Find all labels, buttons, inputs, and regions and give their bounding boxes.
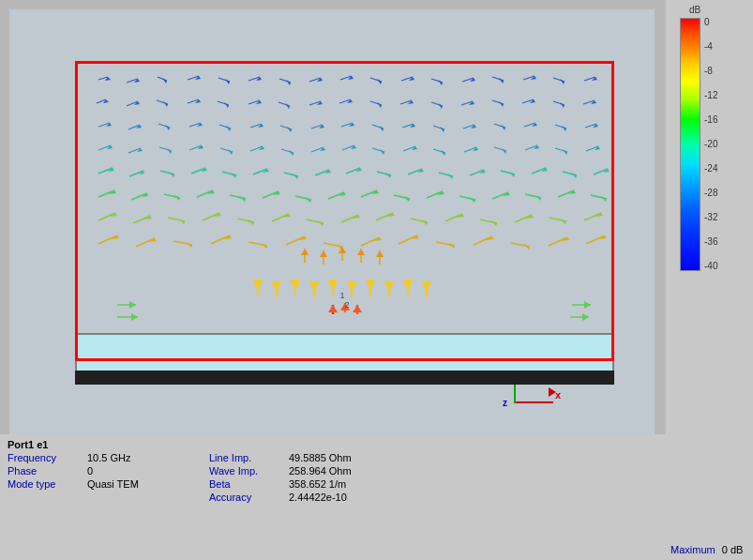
bottom-right-corner: Maximum 0 dB — [666, 497, 753, 560]
info-grid: Frequency 10.5 GHz Line Imp. 49.5885 Ohm… — [8, 452, 658, 505]
colorbar-labels: 0 -4 -8 -12 -16 -20 -24 -28 -32 -36 -40 — [704, 18, 717, 271]
accuracy-label: Accuracy — [209, 492, 289, 505]
mode-type-value: Quasi TEM — [87, 478, 209, 492]
wave-imp-value: 258.964 Ohm — [289, 465, 411, 478]
line-imp-value: 49.5885 Ohm — [289, 452, 411, 465]
port-title: Port1 e1 — [8, 439, 658, 450]
colorbar-label-4: -16 — [704, 115, 717, 125]
colorbar: dB 0 -4 -8 -12 -16 -20 -24 -28 -32 -36 -… — [666, 0, 753, 497]
ground-plane — [75, 371, 614, 385]
accuracy-value: 2.44422e-10 — [289, 492, 411, 505]
phase-value: 0 — [87, 465, 209, 478]
colorbar-label-3: -12 — [704, 91, 717, 100]
colorbar-label-0: 0 — [704, 18, 717, 27]
beta-value: 358.652 1/m — [289, 478, 411, 492]
colorbar-gradient — [680, 18, 700, 271]
maximum-value: 0 dB — [722, 544, 744, 555]
visualization-container: 1 2 — [0, 0, 666, 497]
colorbar-title: dB — [689, 5, 700, 15]
colorbar-label-6: -24 — [704, 164, 717, 174]
colorbar-label-5: -20 — [704, 140, 717, 149]
colorbar-label-8: -32 — [704, 213, 717, 222]
frequency-label: Frequency — [8, 452, 87, 465]
colorbar-label-2: -8 — [704, 67, 717, 76]
maximum-row: Maximum 0 dB — [670, 544, 743, 555]
port-boundary — [75, 61, 614, 361]
mode-type-label: Mode type — [8, 478, 87, 492]
colorbar-label-7: -28 — [704, 189, 717, 198]
line-imp-label: Line Imp. — [209, 452, 289, 465]
colorbar-label-9: -36 — [704, 237, 717, 247]
field-plot-area: 1 2 — [9, 9, 655, 488]
colorbar-label-10: -40 — [704, 262, 717, 271]
x-axis-label: x — [555, 389, 561, 401]
wave-imp-label: Wave Imp. — [209, 465, 289, 478]
x-axis: x — [516, 401, 553, 403]
z-axis-label: z — [503, 398, 507, 408]
colorbar-wrapper: 0 -4 -8 -12 -16 -20 -24 -28 -32 -36 -40 — [680, 18, 717, 271]
frequency-value: 10.5 GHz — [87, 452, 209, 465]
maximum-label: Maximum — [670, 544, 715, 555]
colorbar-label-1: -4 — [704, 42, 717, 52]
info-panel: Port1 e1 Frequency 10.5 GHz Line Imp. 49… — [0, 434, 666, 497]
beta-label: Beta — [209, 478, 289, 492]
phase-label: Phase — [8, 465, 87, 478]
